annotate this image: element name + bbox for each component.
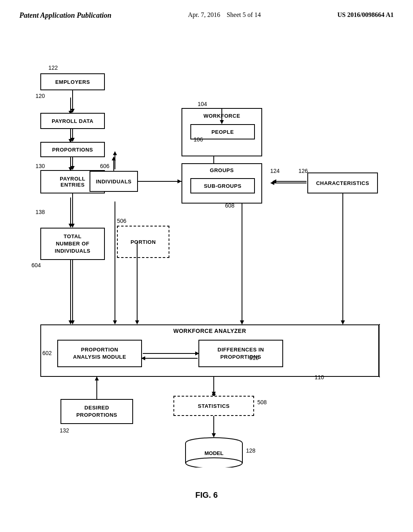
ref-508: 508 (257, 399, 267, 405)
date-sheet: Apr. 7, 2016 Sheet 5 of 14 (188, 11, 261, 19)
ref-602: 602 (42, 350, 52, 356)
ref-506: 506 (117, 218, 126, 224)
svg-marker-61 (112, 156, 116, 160)
box-groups: GROUPS SUB-GROUPS (181, 163, 262, 204)
box-statistics: STATISTICS (173, 396, 254, 416)
svg-marker-51 (71, 166, 75, 170)
svg-marker-55 (71, 320, 75, 324)
svg-marker-33 (212, 433, 216, 437)
page-header: Patent Application Publication Apr. 7, 2… (0, 0, 413, 20)
svg-marker-75 (212, 433, 216, 437)
box-desired-proportions: DESIRED PROPORTIONS (60, 399, 133, 424)
ref-608: 608 (225, 202, 234, 209)
ref-104: 104 (198, 101, 207, 107)
publication-title: Patent Application Publication (19, 11, 111, 20)
svg-marker-71 (95, 376, 99, 380)
svg-marker-65 (341, 320, 345, 324)
svg-marker-67 (240, 320, 244, 324)
box-employers: EMPLOYERS (40, 73, 105, 90)
svg-marker-23 (113, 320, 117, 324)
svg-text:MODEL: MODEL (204, 450, 223, 456)
model-cylinder-svg: MODEL (185, 437, 243, 468)
ref-110: 110 (315, 374, 324, 380)
ref-124: 124 (270, 168, 280, 174)
box-total-number: TOTAL NUMBER OF INDIVIDUALS (40, 228, 105, 260)
ref-128: 128 (246, 447, 255, 454)
svg-marker-73 (212, 392, 216, 396)
ref-132: 132 (60, 427, 69, 434)
svg-marker-21 (69, 320, 73, 324)
box-workforce: WORKFORCE PEOPLE (181, 108, 262, 156)
svg-point-44 (186, 458, 242, 468)
ref-130: 130 (35, 163, 45, 169)
ref-106: 106 (194, 136, 203, 143)
diagram-area: 122 EMPLOYERS 120 PAYROLL DATA PROPORTIO… (0, 48, 413, 512)
figure-label: FIG. 6 (195, 490, 218, 500)
box-proportions: PROPORTIONS (40, 142, 105, 157)
svg-marker-49 (71, 138, 75, 142)
inner-arrows (41, 325, 378, 376)
svg-marker-63 (135, 320, 139, 324)
svg-marker-59 (177, 179, 181, 183)
ref-120: 120 (35, 93, 45, 99)
svg-marker-17 (69, 224, 73, 228)
svg-marker-37 (195, 351, 199, 355)
ref-604: 604 (31, 262, 41, 268)
patent-number: US 2016/0098664 A1 (337, 11, 394, 19)
svg-marker-25 (341, 320, 345, 324)
svg-marker-47 (71, 109, 75, 113)
ref-126: 126 (298, 168, 308, 174)
svg-marker-19 (113, 151, 117, 155)
box-workforce-analyzer: WORKFORCE ANALYZER PROPORTION ANALYSIS M… (40, 324, 379, 377)
svg-marker-53 (71, 224, 75, 228)
svg-marker-11 (272, 179, 276, 183)
ref-610: 610 (249, 355, 259, 361)
svg-marker-39 (141, 356, 145, 360)
box-model: MODEL (185, 437, 243, 468)
ref-122: 122 (48, 64, 58, 71)
ref-606: 606 (100, 163, 109, 169)
box-payroll-data: PAYROLL DATA (40, 113, 105, 129)
ref-138: 138 (35, 209, 45, 215)
svg-marker-69 (270, 181, 274, 185)
box-sub-groups: SUB-GROUPS (190, 178, 255, 193)
svg-marker-13 (240, 320, 244, 324)
box-individuals: INDIVIDUALS (90, 171, 138, 192)
box-portion: PORTION (117, 226, 169, 258)
box-characteristics: CHARACTERISTICS (307, 172, 378, 193)
